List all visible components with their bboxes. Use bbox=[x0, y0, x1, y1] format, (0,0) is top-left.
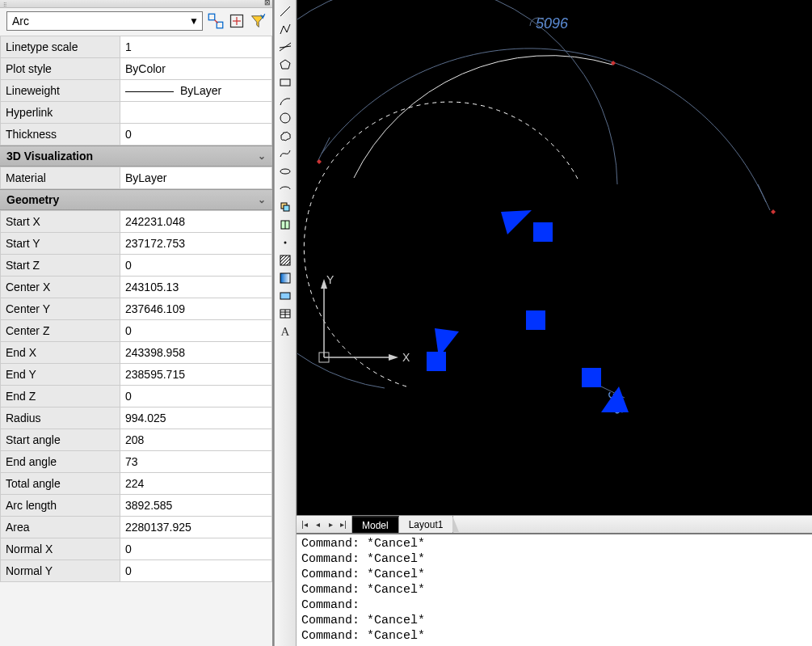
draw-toolstrip: A bbox=[274, 0, 297, 646]
ellipse-tool-icon[interactable] bbox=[276, 163, 294, 179]
ucs-icon: X Y bbox=[312, 272, 417, 378]
prop-value[interactable]: 0 bbox=[120, 386, 272, 407]
prop-value[interactable] bbox=[120, 102, 272, 124]
close-icon[interactable]: ⊠ bbox=[264, 0, 271, 6]
svg-line-20 bbox=[280, 255, 287, 262]
prop-value[interactable]: 243398.958 bbox=[120, 342, 272, 364]
model-viewport[interactable]: 5096 303 bbox=[297, 0, 812, 515]
svg-rect-14 bbox=[284, 205, 289, 211]
prop-key: Total angle bbox=[1, 473, 120, 495]
grip-mid[interactable] bbox=[533, 222, 553, 242]
pick-add-icon[interactable] bbox=[229, 13, 245, 29]
quick-select-icon[interactable] bbox=[208, 13, 224, 29]
tab-prev-icon[interactable]: ◂ bbox=[311, 517, 324, 532]
prop-key: Thickness bbox=[1, 124, 120, 146]
chevron-down-icon: ▼ bbox=[189, 15, 199, 27]
tab-last-icon[interactable]: ▸| bbox=[337, 517, 350, 532]
prop-value[interactable]: 994.025 bbox=[120, 407, 272, 429]
right-panel: 5096 303 bbox=[297, 0, 812, 646]
prop-value[interactable]: 0 bbox=[120, 255, 272, 277]
prop-key: Normal Y bbox=[1, 560, 120, 582]
prop-value[interactable]: 73 bbox=[120, 451, 272, 473]
prop-key: Start Y bbox=[1, 233, 120, 255]
prop-value[interactable]: ByColor bbox=[120, 58, 272, 80]
collapse-icon: ⌄ bbox=[258, 194, 266, 205]
ellipse-arc-tool-icon[interactable] bbox=[276, 181, 294, 197]
spline-tool-icon[interactable] bbox=[276, 146, 294, 162]
prop-key: Area bbox=[1, 517, 120, 538]
prop-value[interactable]: 1 bbox=[120, 36, 272, 58]
prop-value[interactable]: 242231.048 bbox=[120, 211, 272, 233]
prop-key: Material bbox=[1, 167, 120, 189]
grip-end[interactable] bbox=[582, 368, 601, 387]
polyline-tool-icon[interactable] bbox=[276, 21, 294, 37]
svg-rect-10 bbox=[280, 79, 290, 86]
hatch-tool-icon[interactable] bbox=[276, 252, 294, 268]
prop-key: End angle bbox=[1, 451, 120, 473]
svg-line-6 bbox=[280, 6, 290, 16]
grip-arrow[interactable] bbox=[435, 328, 459, 357]
prop-key: Start angle bbox=[1, 429, 120, 451]
circle-tool-icon[interactable] bbox=[276, 110, 294, 126]
gradient-tool-icon[interactable] bbox=[276, 270, 294, 286]
grip-center[interactable] bbox=[526, 310, 545, 330]
line-tool-icon[interactable] bbox=[276, 3, 294, 19]
block-insert-icon[interactable] bbox=[276, 199, 294, 215]
svg-point-17 bbox=[284, 242, 287, 244]
block-make-icon[interactable] bbox=[276, 217, 294, 233]
prop-value[interactable]: 243105.13 bbox=[120, 277, 272, 298]
tab-first-icon[interactable]: |◂ bbox=[298, 517, 311, 532]
prop-value[interactable]: 238595.715 bbox=[120, 364, 272, 386]
filter-icon[interactable] bbox=[250, 13, 266, 29]
prop-value[interactable]: 0 bbox=[120, 560, 272, 582]
tab-next-icon[interactable]: ▸ bbox=[324, 517, 337, 532]
prop-key: Linetype scale bbox=[1, 36, 120, 58]
prop-value[interactable]: 237646.109 bbox=[120, 298, 272, 320]
svg-line-30 bbox=[318, 137, 330, 162]
section-3d-visualization[interactable]: 3D Visualization⌄ bbox=[0, 146, 272, 167]
prop-key: End X bbox=[1, 342, 120, 364]
prop-value[interactable]: 208 bbox=[120, 429, 272, 451]
prop-key: Lineweight bbox=[1, 80, 120, 102]
prop-value[interactable]: ByLayer bbox=[120, 80, 272, 102]
svg-marker-36 bbox=[389, 354, 398, 361]
svg-point-11 bbox=[280, 113, 290, 123]
prop-value[interactable]: 0 bbox=[120, 124, 272, 146]
polygon-tool-icon[interactable] bbox=[276, 57, 294, 73]
rectangle-tool-icon[interactable] bbox=[276, 74, 294, 91]
prop-value[interactable]: ByLayer bbox=[120, 167, 272, 189]
prop-key: Normal X bbox=[1, 538, 120, 560]
svg-marker-9 bbox=[280, 60, 290, 69]
svg-line-23 bbox=[287, 262, 290, 265]
prop-key: Start X bbox=[1, 211, 120, 233]
tab-model[interactable]: Model bbox=[352, 516, 399, 533]
prop-value[interactable]: 0 bbox=[120, 320, 272, 342]
prop-value[interactable]: 2280137.925 bbox=[120, 517, 272, 538]
layout-tab-bar: |◂ ◂ ▸ ▸| Model Layout1 bbox=[297, 515, 812, 533]
grip-arrow[interactable] bbox=[501, 210, 532, 234]
prop-key: Center X bbox=[1, 277, 120, 298]
properties-panel: ⠿⊠ Arc ▼ Linetype scale1Plot styleByColo… bbox=[0, 0, 274, 646]
xline-tool-icon[interactable] bbox=[276, 39, 294, 55]
prop-key: Plot style bbox=[1, 58, 120, 80]
prop-key: Start Z bbox=[1, 255, 120, 277]
prop-value[interactable]: 237172.753 bbox=[120, 233, 272, 255]
revcloud-tool-icon[interactable] bbox=[276, 128, 294, 144]
command-line[interactable]: Command: *Cancel* Command: *Cancel* Comm… bbox=[297, 533, 812, 646]
table-tool-icon[interactable] bbox=[276, 306, 294, 322]
text-tool-icon[interactable]: A bbox=[276, 323, 294, 340]
prop-value[interactable]: 3892.585 bbox=[120, 495, 272, 517]
prop-value[interactable]: 224 bbox=[120, 473, 272, 495]
svg-rect-0 bbox=[208, 14, 215, 20]
prop-value[interactable]: 0 bbox=[120, 538, 272, 560]
section-geometry[interactable]: Geometry⌄ bbox=[0, 189, 272, 210]
panel-title-bar[interactable]: ⠿⊠ bbox=[0, 0, 272, 8]
point-tool-icon[interactable] bbox=[276, 234, 294, 251]
tab-layout1[interactable]: Layout1 bbox=[399, 516, 454, 533]
svg-point-12 bbox=[280, 169, 290, 174]
region-tool-icon[interactable] bbox=[276, 288, 294, 304]
arc-tool-icon[interactable] bbox=[276, 92, 294, 108]
grip-start[interactable] bbox=[427, 352, 446, 371]
prop-key: Center Y bbox=[1, 298, 120, 320]
object-type-combo[interactable]: Arc ▼ bbox=[6, 11, 203, 31]
